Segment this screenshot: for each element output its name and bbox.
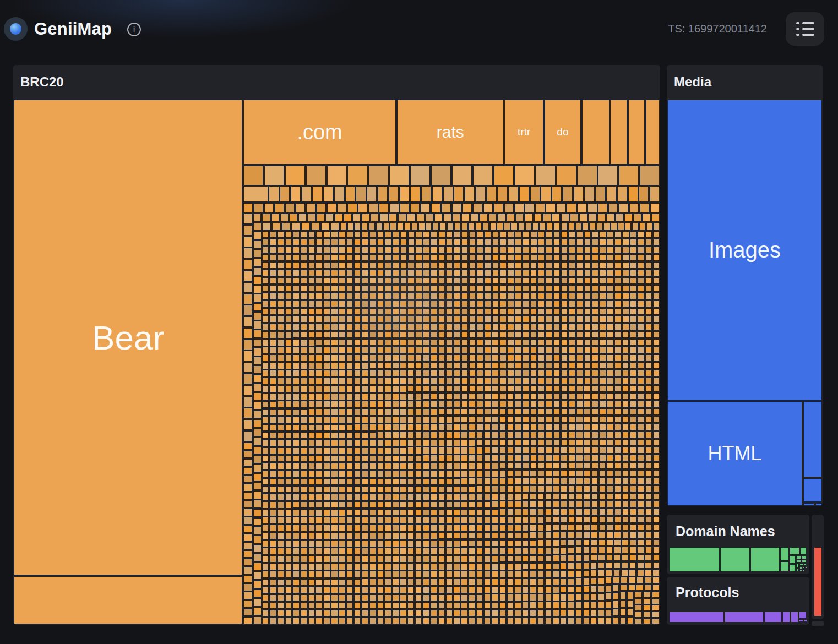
treemap-tile[interactable] [431, 355, 437, 361]
treemap-tile[interactable] [339, 610, 345, 616]
treemap-tile[interactable] [562, 247, 567, 253]
treemap-tile[interactable] [600, 324, 605, 330]
treemap-tile[interactable] [416, 432, 421, 438]
treemap-tile[interactable] [439, 424, 444, 430]
treemap-tile[interactable] [515, 463, 521, 468]
treemap-tile[interactable] [401, 239, 406, 245]
treemap-tile[interactable] [461, 455, 467, 461]
treemap-tile[interactable] [316, 571, 322, 577]
treemap-tile[interactable] [583, 223, 588, 230]
treemap-tile[interactable] [592, 347, 597, 353]
treemap-tile[interactable] [577, 255, 583, 260]
treemap-tile[interactable] [454, 432, 459, 438]
treemap-tile[interactable] [263, 239, 268, 245]
treemap-tile[interactable] [654, 332, 659, 337]
treemap-tile[interactable] [244, 559, 252, 566]
treemap-tile[interactable] [423, 510, 429, 515]
treemap-tile[interactable] [515, 340, 521, 345]
treemap-tile[interactable] [800, 570, 801, 571]
treemap-tile[interactable] [569, 517, 574, 522]
treemap-tile[interactable] [355, 548, 360, 554]
treemap-tile[interactable] [244, 204, 252, 212]
treemap-tile[interactable] [378, 432, 383, 438]
treemap-tile[interactable] [615, 363, 621, 368]
treemap-tile[interactable] [504, 223, 509, 230]
treemap-tile[interactable] [263, 255, 268, 260]
treemap-tile[interactable] [362, 517, 368, 523]
treemap-tile[interactable] [408, 533, 413, 538]
treemap-tile[interactable] [286, 347, 291, 353]
treemap-tile[interactable] [344, 214, 351, 221]
treemap-tile[interactable] [630, 378, 636, 384]
treemap-tile[interactable] [385, 440, 390, 446]
treemap-tile[interactable] [538, 394, 544, 399]
treemap-tile[interactable] [591, 594, 596, 600]
treemap-tile[interactable] [531, 363, 536, 368]
treemap-tile[interactable] [439, 610, 444, 616]
treemap-tile[interactable] [339, 316, 345, 322]
treemap-tile[interactable] [270, 316, 276, 322]
treemap-tile[interactable] [263, 417, 268, 423]
treemap-tile[interactable] [263, 347, 268, 353]
treemap-tile[interactable] [244, 408, 252, 418]
treemap-tile[interactable] [592, 494, 597, 499]
treemap-tile[interactable] [400, 378, 406, 384]
treemap-tile[interactable] [331, 494, 337, 500]
treemap-tile[interactable] [370, 610, 376, 616]
treemap-tile[interactable] [309, 456, 314, 461]
treemap-tile[interactable] [469, 424, 475, 430]
treemap-tile[interactable] [362, 424, 368, 430]
treemap-tile[interactable] [347, 324, 352, 330]
treemap-tile[interactable] [385, 463, 390, 469]
treemap-tile[interactable] [493, 255, 498, 260]
treemap-tile[interactable] [408, 301, 413, 307]
treemap-tile[interactable] [454, 332, 460, 337]
treemap-tile[interactable] [293, 571, 299, 577]
treemap-tile[interactable] [654, 455, 659, 461]
treemap-tile[interactable] [385, 556, 390, 561]
treemap-tile[interactable] [331, 533, 337, 538]
treemap-tile[interactable] [278, 332, 284, 337]
treemap-tile[interactable] [286, 471, 291, 477]
treemap-tile[interactable] [546, 347, 552, 353]
treemap-tile[interactable] [584, 555, 589, 561]
treemap-tile[interactable] [278, 293, 284, 299]
treemap-tile[interactable] [385, 263, 391, 268]
treemap-tile[interactable] [599, 532, 605, 538]
treemap-tile[interactable] [454, 525, 459, 531]
treemap-tile[interactable] [270, 347, 276, 353]
treemap-tile[interactable] [644, 599, 650, 604]
treemap-tile[interactable] [654, 509, 659, 515]
treemap-tile[interactable] [432, 204, 440, 212]
treemap-tile[interactable] [523, 263, 529, 268]
treemap-tile[interactable] [254, 304, 261, 311]
treemap-tile[interactable] [293, 332, 299, 337]
treemap-tile[interactable] [562, 223, 567, 230]
treemap-tile[interactable] [802, 560, 806, 563]
treemap-tile[interactable] [569, 463, 574, 468]
treemap-tile[interactable] [324, 347, 329, 353]
treemap-tile[interactable] [615, 471, 621, 476]
treemap-tile[interactable] [270, 502, 276, 507]
treemap-tile[interactable] [477, 603, 482, 608]
treemap-tile[interactable] [584, 547, 590, 553]
treemap-tile[interactable] [390, 223, 395, 230]
treemap-tile[interactable] [362, 363, 368, 368]
treemap-tile[interactable] [462, 301, 467, 307]
treemap-tile[interactable] [278, 247, 284, 253]
treemap-tile[interactable] [370, 401, 376, 407]
treemap-tile[interactable] [515, 278, 521, 283]
treemap-tile[interactable] [416, 278, 421, 283]
treemap-tile[interactable] [339, 533, 345, 538]
treemap-tile[interactable] [370, 424, 376, 430]
treemap-tile[interactable] [562, 214, 569, 221]
treemap-tile[interactable] [454, 463, 459, 468]
treemap-tile[interactable] [447, 587, 452, 592]
treemap-tile[interactable] [269, 187, 278, 201]
treemap-tile[interactable] [355, 479, 360, 484]
treemap-tile[interactable] [493, 232, 498, 237]
treemap-tile[interactable] [635, 612, 641, 617]
treemap-tile[interactable] [408, 355, 413, 361]
treemap-tile[interactable] [385, 424, 390, 430]
treemap-tile[interactable] [316, 433, 322, 438]
